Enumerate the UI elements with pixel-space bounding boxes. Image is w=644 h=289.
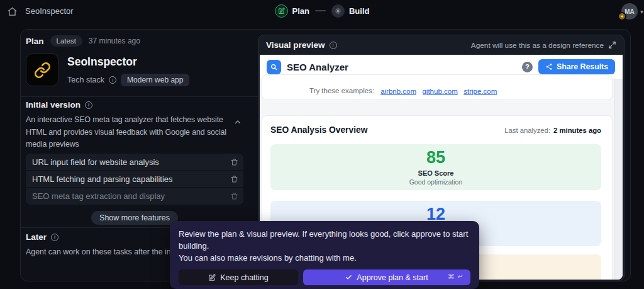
share-results-button[interactable]: Share Results	[538, 59, 615, 74]
help-button[interactable]: ?	[522, 62, 533, 72]
initial-version-description: An interactive SEO meta tag analyzer tha…	[26, 114, 236, 151]
trash-icon[interactable]	[230, 175, 238, 183]
tech-stack-badge: Modern web app	[121, 74, 189, 86]
check-icon	[345, 274, 352, 281]
tech-stack-label: Tech stack	[67, 76, 104, 84]
feature-label: URL input field for website analysis	[32, 157, 159, 167]
pencil-icon	[275, 4, 288, 18]
tooltip-message-line2: You can also make revisions by chatting …	[179, 252, 470, 264]
plan-panel-title: Plan	[26, 37, 44, 46]
seo-score-card: 85 SEO Score Good optimization	[270, 144, 601, 190]
visual-preview-header: Visual preview Agent will use this as a …	[258, 35, 624, 55]
tab-build-label: Build	[349, 6, 370, 16]
tab-build[interactable]: Build	[331, 4, 370, 18]
info-icon[interactable]	[330, 42, 337, 49]
expand-icon[interactable]	[608, 41, 616, 49]
last-analyzed-label: Last analyzed:	[504, 127, 550, 134]
scrollbar[interactable]	[614, 79, 623, 280]
approve-plan-label: Approve plan & start	[357, 273, 428, 282]
initial-version-heading: Initial version	[26, 100, 92, 110]
avatar-star-badge-icon: ✦	[618, 12, 626, 21]
chevron-up-icon[interactable]	[233, 118, 242, 127]
share-results-label: Share Results	[557, 62, 608, 71]
visual-preview-title: Visual preview	[266, 40, 325, 50]
plan-timestamp: 37 minutes ago	[89, 37, 140, 45]
feature-row: URL input field for website analysis	[26, 154, 243, 171]
later-heading-text: Later	[26, 232, 47, 242]
feature-row: HTML fetching and parsing capabilities	[26, 171, 243, 188]
initial-version-heading-text: Initial version	[26, 100, 80, 110]
info-icon[interactable]	[85, 101, 92, 109]
feature-label: HTML fetching and parsing capabilities	[32, 174, 173, 184]
search-icon	[267, 60, 281, 74]
approval-tooltip: Review the plan & visual preview. If eve…	[170, 221, 479, 289]
app-summary: SeoInspector Tech stack Modern web app	[26, 54, 189, 86]
overview-heading: SEO Analysis Overview	[270, 125, 367, 135]
last-analyzed-value: 2 minutes ago	[553, 127, 601, 134]
seo-score-value: 85	[426, 149, 445, 166]
example-link-github[interactable]: github.com	[422, 88, 457, 95]
url-input-card: Try these examples: airbnb.com github.co…	[262, 74, 613, 100]
trash-icon[interactable]	[230, 192, 238, 200]
trash-icon[interactable]	[230, 158, 238, 166]
divider	[21, 96, 258, 97]
show-more-features-button[interactable]: Show more features	[91, 211, 178, 225]
feature-list: URL input field for website analysis HTM…	[26, 154, 243, 205]
latest-version-badge: Latest	[50, 35, 82, 47]
seo-score-sublabel: Good optimization	[409, 178, 463, 186]
example-link-stripe[interactable]: stripe.com	[464, 88, 497, 95]
plan-header: Plan Latest 37 minutes ago	[26, 35, 140, 47]
feature-label: SEO meta tag extraction and display	[32, 191, 165, 201]
plan-build-stepper: Plan Build	[0, 0, 644, 21]
topbar: SeoInspector Plan Build MA ✦ ▾	[0, 0, 644, 29]
avatar-chevron-down-icon[interactable]: ▾	[640, 8, 643, 15]
seo-score-label: SEO Score	[418, 169, 454, 177]
keyboard-shortcut: ⌘ ↵	[448, 273, 464, 281]
keep-chatting-button[interactable]: Keep chatting	[179, 269, 298, 285]
keep-chatting-label: Keep chatting	[220, 273, 268, 282]
later-heading: Later	[26, 232, 58, 242]
tab-plan-label: Plan	[292, 6, 309, 16]
stepper-dash	[315, 10, 326, 11]
feature-row: SEO meta tag extraction and display	[26, 188, 243, 205]
app-name-heading: SeoInspector	[67, 55, 189, 69]
info-icon[interactable]	[51, 234, 58, 241]
design-reference-note: Agent will use this as a design referenc…	[471, 41, 604, 50]
examples-label: Try these examples:	[309, 87, 374, 94]
example-link-airbnb[interactable]: airbnb.com	[380, 88, 416, 95]
approve-plan-button[interactable]: Approve plan & start ⌘ ↵	[303, 269, 470, 285]
tooltip-message-line1: Review the plan & visual preview. If eve…	[179, 228, 470, 252]
app-window: SeoInspector Plan Build MA ✦ ▾ Plan Lat	[0, 0, 644, 289]
app-logo-link-icon	[26, 54, 58, 86]
gear-icon	[331, 4, 345, 18]
info-icon[interactable]	[109, 76, 116, 84]
seo-app-title: SEO Analyzer	[287, 62, 348, 72]
tab-plan[interactable]: Plan	[275, 4, 309, 18]
